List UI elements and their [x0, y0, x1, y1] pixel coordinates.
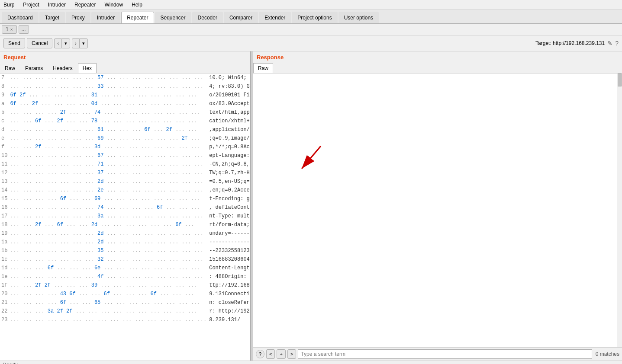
arrow-annotation — [296, 143, 331, 179]
hex-row: 18... ... 2f ... 6f ... ... 2d ... ... .… — [0, 220, 250, 229]
hex-row-num: b — [0, 108, 9, 117]
response-tab-raw[interactable]: Raw — [253, 63, 273, 73]
hex-row: 1f... ... 2f 2f ... ... ... 39 ... ... .… — [0, 281, 250, 290]
hex-row-ascii: 1516883208604735 — [208, 255, 250, 264]
repeater-tab-1[interactable]: 1 × — [2, 25, 17, 34]
hex-row-bytes: ... ... ... ... ... ... ... 3a ... ... .… — [9, 212, 208, 220]
svg-line-1 — [302, 146, 321, 169]
help-target-button[interactable]: ? — [615, 40, 619, 47]
hex-row: 7... ... ... ... ... ... ... 57 ... ... … — [0, 73, 250, 82]
hex-row-num: c — [0, 117, 9, 125]
hex-row-bytes: ... ... 2f 2f ... ... ... 39 ... ... ...… — [9, 281, 208, 290]
target-url: Target: http://192.168.239.131 — [535, 40, 605, 46]
search-plus-button[interactable]: + — [277, 349, 285, 359]
tab-user-options[interactable]: User options — [338, 12, 379, 23]
hex-row: 14... ... ... ... ... ... ... 2e ... ...… — [0, 186, 250, 195]
request-tab-raw[interactable]: Raw — [0, 63, 20, 73]
tab-extender[interactable]: Extender — [259, 12, 291, 23]
tab-sequencer[interactable]: Sequencer — [155, 12, 191, 23]
tab-comparer[interactable]: Comparer — [224, 12, 258, 23]
hex-row-bytes: ... ... ... ... ... ... ... 35 ... ... .… — [9, 246, 208, 255]
hex-editor[interactable]: 7... ... ... ... ... ... ... 57 ... ... … — [0, 73, 250, 361]
hex-row-ascii: Content-Length — [208, 264, 250, 272]
hex-row-num: 1b — [0, 246, 9, 255]
search-prev-button[interactable]: < — [266, 349, 275, 359]
tab-decoder[interactable]: Decoder — [192, 12, 223, 23]
repeater-tabs-more[interactable]: ... — [19, 25, 29, 34]
match-count: 0 matches — [596, 351, 619, 357]
send-button[interactable]: Send — [3, 38, 25, 48]
hex-row-ascii: r: http://192.16 — [208, 307, 250, 316]
tab-proxy[interactable]: Proxy — [66, 12, 90, 23]
tab-target[interactable]: Target — [39, 12, 65, 23]
menu-help[interactable]: Help — [130, 1, 144, 9]
hex-row-bytes: ... ... ... ... ... ... ... 37 ... ... .… — [9, 169, 208, 177]
hex-row-ascii: nt-Type: multipa — [208, 212, 250, 220]
search-input[interactable] — [298, 349, 592, 359]
hex-row-bytes: ... ... ... ... ... ... ... ... ... ... … — [9, 316, 208, 324]
hex-row-ascii: -CN,zh;q=0.8,zh- — [208, 160, 250, 169]
tab-intruder[interactable]: Intruder — [91, 12, 120, 23]
hex-row-bytes: ... ... ... ... ... ... ... 2d ... ... .… — [9, 238, 208, 246]
hex-row-ascii: cation/xhtml+xml — [208, 117, 250, 125]
response-tab-bar: Raw — [253, 63, 622, 73]
hex-row-num: 21 — [0, 298, 9, 307]
menu-bar: Burp Project Intruder Repeater Window He… — [0, 0, 622, 10]
menu-burp[interactable]: Burp — [2, 1, 16, 9]
hex-row-ascii: =0.5,en-US;q=0.3 — [208, 177, 250, 186]
forward-dropdown-button[interactable]: ▾ — [79, 38, 88, 48]
hex-row-ascii: : 488Origin: h — [208, 272, 250, 281]
repeater-tab-close[interactable]: × — [10, 27, 13, 32]
hex-row-num: a — [0, 99, 9, 108]
hex-row: b... ... ... ... 2f ... ... 74 ... ... .… — [0, 108, 250, 117]
menu-repeater[interactable]: Repeater — [73, 1, 97, 9]
hex-row: 21... ... ... ... 6f ... ... 65 ... ... … — [0, 298, 250, 307]
repeater-tab-bar: 1 × ... — [0, 24, 622, 35]
request-tab-params[interactable]: Params — [20, 63, 48, 73]
hex-row-bytes: ... ... ... 3a 2f 2f ... ... ... ... ...… — [9, 307, 208, 316]
menu-window[interactable]: Window — [103, 1, 125, 9]
response-header: Response — [253, 51, 622, 63]
request-tab-headers[interactable]: Headers — [48, 63, 77, 73]
hex-row-bytes: 6f ... 2f ... ... ... ... 0d ... ... ...… — [9, 99, 208, 108]
tab-dashboard[interactable]: Dashboard — [2, 12, 39, 23]
menu-project[interactable]: Project — [21, 1, 41, 9]
back-button[interactable]: ‹ — [54, 38, 61, 48]
hex-row: 19... ... ... ... ... ... ... 2d ... ...… — [0, 229, 250, 238]
scroll-thumb[interactable] — [618, 73, 622, 86]
request-tab-hex[interactable]: Hex — [78, 63, 97, 73]
hex-row: 96f 2f ... ... ... ... ... 31 ... ... ..… — [0, 91, 250, 99]
hex-row-num: 1c — [0, 255, 9, 264]
search-next-button[interactable]: > — [287, 349, 296, 359]
hex-row-num: 23 — [0, 316, 9, 324]
tab-repeater[interactable]: Repeater — [121, 12, 154, 23]
hex-row-bytes: ... ... ... ... 6f ... ... 65 ... ... ..… — [9, 298, 208, 307]
panels: Request Raw Params Headers Hex 7... ... … — [0, 51, 622, 361]
edit-target-button[interactable]: ✎ — [607, 40, 612, 47]
menu-intruder[interactable]: Intruder — [46, 1, 68, 9]
hex-row: 1c... ... ... ... ... ... ... 32 ... ...… — [0, 255, 250, 264]
tab-project-options[interactable]: Project options — [292, 12, 337, 23]
search-help-button[interactable]: ? — [256, 350, 264, 358]
forward-button[interactable]: › — [72, 38, 79, 48]
hex-row-num: 8 — [0, 82, 9, 91]
hex-row-bytes: ... ... ... ... ... ... ... 2d ... ... .… — [9, 177, 208, 186]
hex-row-ascii: TW;q=0.7,zh-HK;q — [208, 169, 250, 177]
back-dropdown-button[interactable]: ▾ — [61, 38, 70, 48]
hex-row: d... ... ... ... ... ... ... 61 ... ... … — [0, 125, 250, 134]
hex-row-bytes: ... ... ... ... ... ... ... 4f ... ... .… — [9, 272, 208, 281]
hex-row: 1e... ... ... ... ... ... ... 4f ... ...… — [0, 272, 250, 281]
cancel-button[interactable]: Cancel — [27, 38, 52, 48]
repeater-tab-label: 1 — [6, 26, 9, 32]
hex-row-ascii: 8.239.131/ — [208, 316, 250, 324]
toolbar: Send Cancel ‹ ▾ › ▾ Target: http://192.1… — [0, 35, 622, 51]
hex-row-num: 7 — [0, 73, 9, 82]
hex-row: 17... ... ... ... ... ... ... 3a ... ...… — [0, 212, 250, 220]
response-scrollbar[interactable] — [617, 73, 622, 347]
hex-row-num: 22 — [0, 307, 9, 316]
hex-row-ascii: ---------------- — [208, 238, 250, 246]
hex-row: 23... ... ... ... ... ... ... ... ... ..… — [0, 316, 250, 324]
hex-row-bytes: ... ... ... ... 6f ... ... 69 ... ... ..… — [9, 195, 208, 203]
main-content: Send Cancel ‹ ▾ › ▾ Target: http://192.1… — [0, 35, 622, 361]
hex-row-num: 1f — [0, 281, 9, 290]
